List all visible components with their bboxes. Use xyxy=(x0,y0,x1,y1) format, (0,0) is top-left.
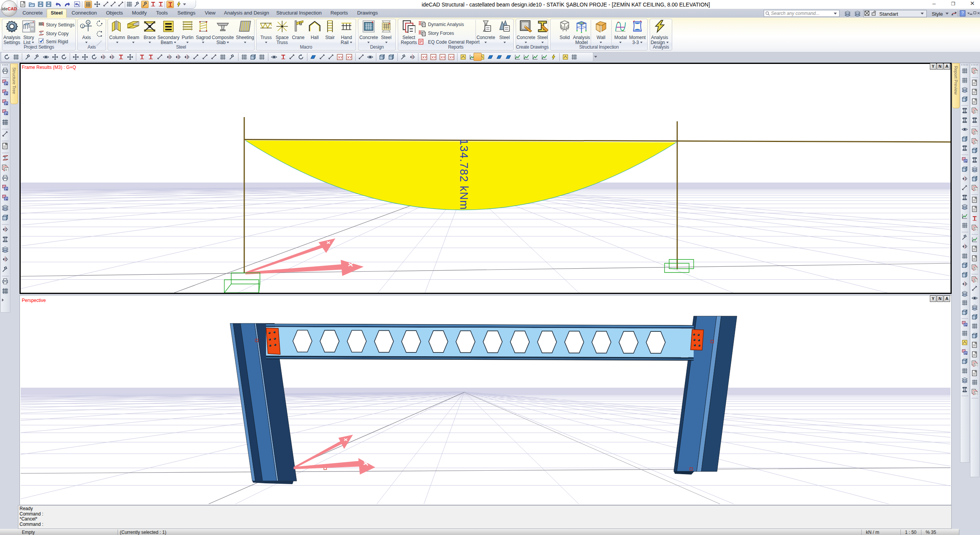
svg-text:A: A xyxy=(87,20,90,24)
svg-text:1: 1 xyxy=(82,24,83,28)
svg-text:134.782 kNm: 134.782 kNm xyxy=(458,139,470,210)
